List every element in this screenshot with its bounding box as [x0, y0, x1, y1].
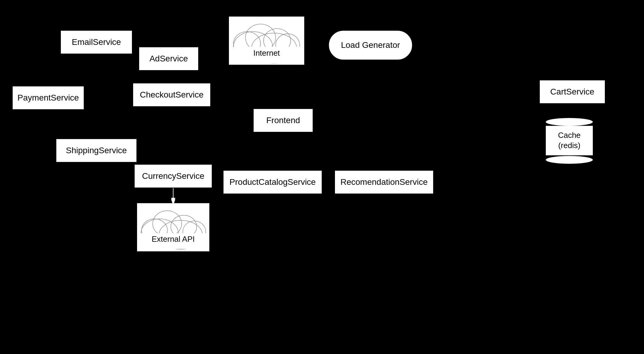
shipping-service-node: ShippingService — [56, 138, 137, 163]
product-catalog-service-node: ProductCatalogService — [223, 170, 322, 194]
recommendation-service-node: RecomendationService — [334, 170, 434, 194]
diagram-container: EmailService AdService Internet Lo — [0, 0, 644, 354]
frontend-node: Frontend — [253, 108, 313, 132]
payment-service-node: PaymentService — [12, 86, 84, 110]
svg-text:Internet: Internet — [253, 48, 280, 57]
currency-service-node: CurrencyService — [134, 164, 212, 188]
internet-node: Internet — [229, 17, 304, 65]
checkout-service-node: CheckoutService — [133, 83, 211, 107]
svg-text:External API: External API — [152, 234, 195, 244]
email-service-node: EmailService — [60, 30, 133, 54]
load-generator-node: Load Generator — [328, 30, 413, 60]
external-api-node: External API — [137, 203, 209, 251]
cache-node: Cache(redis) — [545, 117, 593, 164]
cart-service-node: CartService — [539, 80, 605, 104]
ad-service-node: AdService — [139, 47, 199, 71]
